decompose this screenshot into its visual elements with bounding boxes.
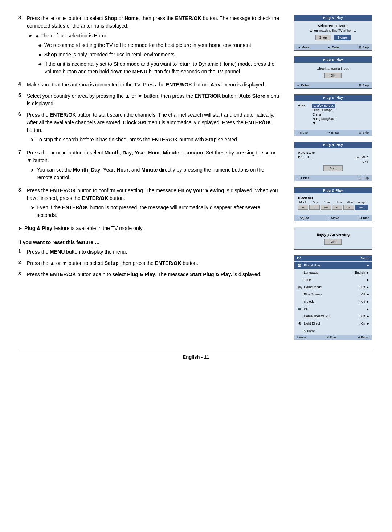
step-4-number: 4 — [18, 81, 24, 87]
step-7-number: 7 — [18, 149, 24, 155]
setup-header: TV Setup — [294, 256, 372, 261]
setup-row-language[interactable]: Language : English ► — [294, 269, 372, 276]
bluescreen-icon — [297, 291, 302, 297]
panel1-skip: ⊞ Skip — [359, 45, 369, 49]
s2-step-1: 1 Press the MENU button to display the m… — [18, 248, 279, 256]
area-item-1[interactable]: Asia/W.Europe — [312, 104, 335, 108]
area-item-more: ▼ — [312, 121, 335, 125]
autostore-row: P 1 C – 40 MHz — [298, 155, 368, 159]
area-item-3[interactable]: China — [312, 112, 335, 117]
panel2-ok-btn[interactable]: OK — [324, 73, 342, 78]
setup-footer-enter: ↵ Enter — [327, 336, 337, 339]
panel1-subtitle: when installing this TV at home. — [298, 29, 368, 32]
setup-panel: TV Setup 🖼 Plug & Play ► Language : Engl… — [294, 255, 372, 340]
time-icon — [297, 277, 302, 283]
area-list: Asia/W.Europe CIS/E.Europe China Hong Ko… — [312, 104, 335, 125]
arrow-note-icon-8: ➤ — [30, 204, 34, 211]
setup-row-pc[interactable]: 💻 PC ► — [294, 305, 372, 313]
lighteffect-value: : On — [359, 322, 365, 325]
setup-body: 🖼 Plug & Play ► Language : English ► Tim… — [294, 261, 372, 335]
panel3-move: ↕ Move — [297, 131, 308, 134]
section2-heading: If you want to reset this feature … — [18, 239, 279, 245]
diamond-icon: ◆ — [36, 34, 38, 38]
step-3-content: Press the ◄ or ► button to select Shop o… — [27, 15, 279, 77]
start-button[interactable]: Start — [323, 165, 343, 171]
clock-cols-values: -- -- ---- -- -- am — [298, 205, 368, 210]
area-item-2[interactable]: CIS/E.Europe — [312, 108, 335, 112]
panel2-footer: ↵ Enter ⊞ Skip — [294, 82, 372, 88]
left-column: 3 Press the ◄ or ► button to select Shop… — [18, 15, 283, 340]
panel5-header: Plug & Play — [294, 188, 372, 193]
lighteffect-arrow: ► — [367, 322, 369, 325]
panel1-move: ↔ Move — [297, 45, 310, 49]
footer-note-arrow: ➤ — [18, 225, 22, 232]
step-3: 3 Press the ◄ or ► button to select Shop… — [18, 15, 279, 77]
footer-note-text: Plug & Play feature is available in the … — [24, 225, 144, 232]
minute-input[interactable]: -- — [343, 205, 354, 210]
panel-enjoy: Enjoy your viewing OK — [294, 227, 372, 250]
language-value: : English — [353, 271, 365, 274]
freq-label: 40 MHz — [357, 155, 368, 159]
panel5-footer: ↕ Adjust ↔ Move ↵ Enter — [294, 215, 372, 221]
gamemode-value: : Off — [359, 285, 365, 289]
panel4-header: Plug & Play — [294, 142, 372, 148]
panel2-text: Check antenna input. — [317, 66, 350, 70]
diamond-icon-2: ◆ — [38, 42, 41, 48]
sub-bullet-1-text: ◆ The default selection is Home. — [36, 32, 109, 40]
setup-footer: ↕ Move ↵ Enter ↩ Return — [294, 335, 372, 340]
panel2-skip: ⊞ Skip — [359, 84, 369, 87]
step-3-bullets: ➤ ◆ The default selection is Home. ◆ We … — [27, 32, 279, 76]
step-8-number: 8 — [18, 187, 24, 193]
panel1-title: Select Home Mode — [298, 24, 368, 28]
step-8-note-text: Even if the ENTER/OK button is not press… — [37, 204, 279, 219]
step-6-note: ➤ To stop the search before it has finis… — [27, 136, 279, 144]
clock-cols-labels: Month Day Year Hour Minute am/pm — [298, 201, 368, 204]
setup-footer-return: ↩ Return — [358, 336, 369, 339]
plugplay-name: Plug & Play — [304, 263, 367, 267]
plugplay-icon: 🖼 — [297, 262, 302, 268]
more-name: ▽ More — [304, 329, 369, 332]
enjoy-text: Enjoy your viewing — [317, 233, 350, 237]
setup-footer-move: ↕ Move — [297, 336, 306, 339]
setup-row-gamemode[interactable]: 🎮 Game Mode : Off ► — [294, 283, 372, 291]
setup-row-bluescreen[interactable]: Blue Screen : Off ► — [294, 291, 372, 298]
bluescreen-name: Blue Screen — [304, 293, 359, 296]
setup-row-lighteffect[interactable]: ⚙ Light Effect : On ► — [294, 320, 372, 327]
autostore-btn-row: Start — [298, 165, 368, 171]
panel1-header: Plug & Play — [294, 15, 372, 21]
step-6-note-text: To stop the search before it has finishe… — [37, 136, 238, 144]
hour-input[interactable]: -- — [332, 205, 342, 210]
panel1-enter: ↵ Enter — [328, 45, 340, 49]
setup-row-plugplay[interactable]: 🖼 Plug & Play ► — [294, 262, 372, 269]
step-6-content: Press the ENTER/OK button to start searc… — [27, 111, 279, 145]
lighteffect-icon: ⚙ — [297, 321, 302, 326]
htheatre-value: : Off — [359, 314, 365, 318]
year-input[interactable]: ---- — [321, 205, 331, 210]
sub-bullet-4: ◆ If the unit is accidentally set to Sho… — [28, 60, 279, 76]
s2-step-2-number: 2 — [18, 259, 24, 265]
s2-step-3-number: 3 — [18, 271, 24, 277]
panel3-header: Plug & Play — [294, 95, 372, 101]
step-8-note: ➤ Even if the ENTER/OK button is not pre… — [27, 204, 279, 219]
s2-step-2: 2 Press the ▲ or ▼ button to select Setu… — [18, 259, 279, 267]
panel4-footer: ↵ Enter ⊞ Skip — [294, 175, 372, 181]
sub-bullet-3: ◆ Shop mode is only intended for use in … — [28, 51, 279, 59]
shop-button[interactable]: Shop — [315, 35, 331, 40]
setup-row-time[interactable]: Time ► — [294, 276, 372, 283]
sub-bullet-2: ◆ We recommend setting the TV to Home mo… — [28, 41, 279, 49]
enjoy-ok-btn[interactable]: OK — [324, 239, 342, 245]
setup-row-more[interactable]: ▽ More — [294, 327, 372, 334]
area-item-4[interactable]: Hong Kong/UK — [312, 117, 335, 121]
ampm-input[interactable]: am — [355, 205, 368, 210]
page-footer: English - 11 — [18, 351, 374, 360]
setup-row-melody[interactable]: Melody : Off ► — [294, 298, 372, 305]
panel2-body: Check antenna input. OK — [294, 63, 372, 82]
s2-step-3: 3 Press the ENTER/OK button again to sel… — [18, 271, 279, 278]
setup-row-htheatre[interactable]: Home Theatre PC : Off ► — [294, 313, 372, 320]
step-7-note-text: You can set the Month, Day, Year, Hour, … — [37, 166, 279, 181]
arrow-note-icon-7: ➤ — [30, 166, 34, 174]
month-input[interactable]: -- — [298, 205, 308, 210]
home-button[interactable]: Home — [334, 35, 351, 40]
step-6-number: 6 — [18, 111, 24, 117]
day-input[interactable]: -- — [309, 205, 319, 210]
